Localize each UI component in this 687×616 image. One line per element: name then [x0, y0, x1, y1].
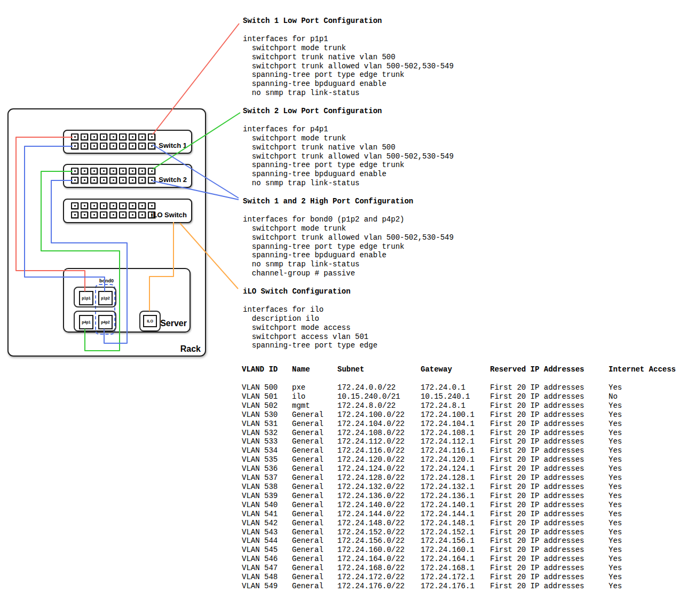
port-dot	[74, 145, 76, 147]
switch-port	[81, 143, 88, 149]
server-box: bond0 p1p1 p1p2 p4p1 p4p2 iLO Server	[63, 268, 191, 333]
internet-access-cell: Yes	[609, 573, 683, 582]
gateway-cell: 172.24.0.1	[421, 383, 490, 392]
port-dot	[141, 179, 143, 181]
vlan-table-row: VLAN 502 mgmt 172.24.8.0/22 172.24.8.1 F…	[242, 401, 683, 410]
switch-port	[109, 177, 117, 184]
vlan-table-row: VLAN 538 General 172.24.132.0/22 172.24.…	[242, 483, 683, 492]
switch-port	[71, 177, 78, 184]
vlan-table-row: VLAN 548 General 172.24.172.0/22 172.24.…	[242, 573, 683, 582]
name-cell: pxe	[292, 383, 337, 392]
internet-access-cell: Yes	[609, 429, 683, 438]
switch-port	[81, 133, 88, 140]
config-switch1-low: Switch 1 Low Port Configuration interfac…	[243, 17, 454, 98]
gateway-cell: 172.24.152.1	[421, 528, 490, 537]
switch-port-row	[71, 143, 155, 149]
port-dot	[74, 170, 76, 172]
name-cell: General	[292, 420, 337, 429]
config-line: no snmp trap link-status	[243, 89, 454, 98]
config-line: interfaces for ilo	[243, 305, 377, 314]
subnet-cell: 172.24.0.0/22	[337, 383, 421, 392]
switch-port	[138, 202, 146, 209]
vlan-table-row: VLAN 542 General 172.24.148.0/22 172.24.…	[242, 519, 683, 528]
internet-access-cell: Yes	[609, 510, 683, 519]
switch-port	[138, 211, 146, 218]
vlan-id-cell: VLAN 500	[242, 383, 292, 392]
switch-port	[71, 143, 78, 149]
switch-port	[81, 211, 88, 218]
port-dot	[113, 170, 114, 172]
gateway-cell: 172.24.108.1	[421, 429, 490, 438]
switch-1-box: Switch 1	[63, 130, 192, 154]
switch-port	[129, 168, 136, 175]
switch-port	[109, 143, 117, 149]
port-dot	[113, 145, 114, 147]
gateway-cell: 172.24.176.1	[421, 582, 490, 591]
switch-port	[129, 143, 136, 149]
reserved-ip-cell: First 20 IP addresses	[490, 510, 609, 519]
vlan-id-cell: VLAN 543	[242, 528, 292, 537]
port-dot	[103, 170, 105, 172]
port-dot	[122, 214, 124, 216]
config-switch2-low: Switch 2 Low Port Configuration interfac…	[243, 107, 454, 188]
name-cell: General	[292, 528, 337, 537]
name-cell: mgmt	[292, 401, 337, 410]
internet-access-cell: Yes	[609, 383, 683, 392]
port-dot	[141, 170, 143, 172]
switch-port	[100, 133, 107, 140]
port-dot	[113, 214, 114, 216]
port-dot	[84, 170, 85, 172]
vlan-table-row: VLAN 545 General 172.24.160.0/22 172.24.…	[242, 546, 683, 555]
gateway-cell: 172.24.116.1	[421, 446, 490, 455]
config-line: spanning-tree port type edge	[243, 341, 377, 350]
subnet-cell: 172.24.120.0/22	[337, 455, 421, 464]
port-dot	[132, 179, 133, 181]
switch-port-row	[71, 211, 155, 218]
port-dot	[122, 170, 124, 172]
switch-port	[100, 211, 107, 218]
port-dot	[93, 179, 95, 181]
name-cell: General	[292, 437, 337, 446]
port-dot	[93, 170, 95, 172]
config-body: interfaces for ilo description ilo switc…	[243, 305, 377, 351]
switch-port	[90, 202, 98, 209]
vlan-table-row: VLAN 541 General 172.24.144.0/22 172.24.…	[242, 510, 683, 519]
port-dot	[151, 170, 153, 172]
internet-access-cell: Yes	[609, 492, 683, 501]
vlan-id-cell: VLAN 545	[242, 546, 292, 555]
config-body: interfaces for p4p1 switchport mode trun…	[243, 125, 454, 188]
config-body: interfaces for p1p1 switchport mode trun…	[243, 35, 454, 98]
port-dot	[141, 145, 143, 147]
port-dot	[74, 205, 76, 207]
switch-port	[90, 168, 98, 175]
name-cell: ilo	[292, 392, 337, 401]
port-dot	[84, 136, 85, 138]
switch-port	[119, 211, 127, 218]
vlan-id-cell: VLAN 532	[242, 429, 292, 438]
gateway-cell: 172.24.160.1	[421, 546, 490, 555]
col-header-internet: Internet Access	[609, 365, 683, 374]
name-cell: General	[292, 483, 337, 492]
ilo-switch-ports	[71, 202, 155, 218]
vlan-id-cell: VLAN 549	[242, 582, 292, 591]
port-dot	[141, 205, 143, 207]
subnet-cell: 172.24.116.0/22	[337, 446, 421, 455]
subnet-cell: 172.24.164.0/22	[337, 555, 421, 564]
port-dot	[122, 145, 124, 147]
internet-access-cell: Yes	[609, 420, 683, 429]
subnet-cell: 172.24.176.0/22	[337, 582, 421, 591]
name-cell: General	[292, 510, 337, 519]
port-dot	[103, 214, 105, 216]
switch-port	[119, 133, 127, 140]
switch-port-row	[71, 133, 155, 140]
internet-access-cell: Yes	[609, 501, 683, 510]
switch-port	[148, 202, 155, 209]
reserved-ip-cell: First 20 IP addresses	[490, 392, 609, 401]
col-header-name: Name	[292, 365, 337, 374]
switch-port	[100, 168, 107, 175]
gateway-cell: 172.24.136.1	[421, 492, 490, 501]
port-dot	[93, 136, 95, 138]
port-dot	[103, 205, 105, 207]
gateway-cell: 172.24.124.1	[421, 464, 490, 473]
config-line: spanning-tree port type edge trunk	[243, 242, 454, 251]
